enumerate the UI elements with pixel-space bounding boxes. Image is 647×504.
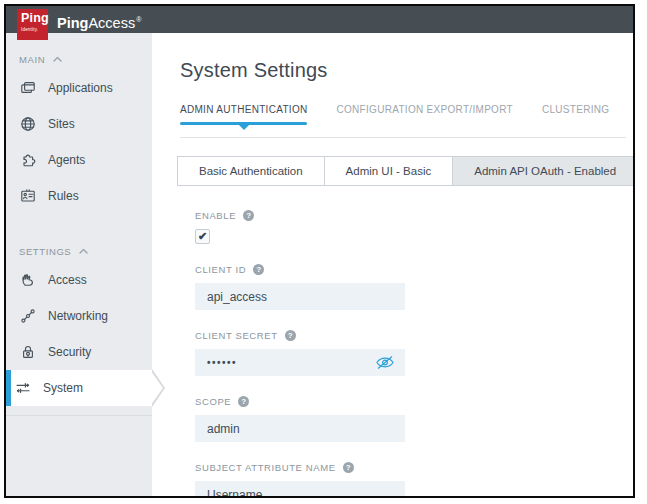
oauth-settings-form: ENABLE ? ✔ CLIENT ID ? api_access CLIENT… [195, 210, 626, 496]
puzzle-icon [20, 152, 37, 168]
tab-configuration-export-import[interactable]: CONFIGURATION EXPORT/IMPORT [336, 104, 512, 125]
sidebar-divider [6, 415, 152, 416]
client-secret-label: CLIENT SECRET [195, 330, 278, 341]
sidebar-item-label: Security [48, 345, 91, 359]
sidebar-header-settings[interactable]: SETTINGS [6, 244, 152, 258]
logo-subtext: Identity. [21, 27, 48, 33]
basic-authentication-button[interactable]: Basic Authentication [177, 156, 325, 186]
admin-api-oauth-button[interactable]: Admin API OAuth - Enabled [452, 156, 633, 186]
hand-icon [20, 272, 37, 288]
client-id-input[interactable]: api_access [195, 283, 405, 310]
subject-attribute-name-field: SUBJECT ATTRIBUTE NAME ? Username [195, 462, 626, 496]
applications-icon [20, 80, 37, 96]
eye-off-icon[interactable] [375, 355, 395, 373]
scope-value: admin [207, 422, 240, 436]
product-name-rest: Access [88, 15, 135, 31]
enable-field: ENABLE ? ✔ [195, 210, 626, 244]
scope-label: SCOPE [195, 396, 231, 407]
sidebar-item-label: Access [48, 273, 87, 287]
sidebar-item-applications[interactable]: Applications [6, 70, 152, 106]
client-id-label: CLIENT ID [195, 264, 246, 275]
scope-field: SCOPE ? admin [195, 396, 626, 442]
product-name-bold: Ping [57, 15, 88, 31]
tab-bar: ADMIN AUTHENTICATION CONFIGURATION EXPOR… [180, 104, 626, 125]
sidebar-item-label: System [43, 381, 83, 395]
globe-icon [20, 116, 37, 132]
tab-admin-authentication[interactable]: ADMIN AUTHENTICATION [180, 104, 307, 125]
id-card-icon [20, 188, 37, 204]
sidebar-item-system[interactable]: System [6, 370, 152, 406]
scope-input[interactable]: admin [195, 415, 405, 442]
selected-item-pointer-fill [151, 371, 163, 405]
client-secret-value: •••••• [207, 357, 237, 368]
admin-ui-basic-button[interactable]: Admin UI - Basic [324, 156, 454, 186]
help-icon[interactable]: ? [253, 264, 264, 275]
product-name: PingAccess® [57, 6, 141, 33]
sidebar-item-label: Agents [48, 153, 85, 167]
tab-divider [180, 137, 626, 138]
chevron-up-icon [79, 248, 88, 254]
client-id-field: CLIENT ID ? api_access [195, 264, 626, 310]
sidebar-header-main-label: MAIN [19, 54, 45, 65]
tab-clustering[interactable]: CLUSTERING [542, 104, 609, 125]
subject-attribute-name-value: Username [207, 488, 262, 497]
chevron-up-icon [53, 56, 62, 62]
sliders-icon [15, 380, 32, 396]
sidebar-item-networking[interactable]: Networking [6, 298, 152, 334]
subject-attribute-name-label: SUBJECT ATTRIBUTE NAME [195, 462, 336, 473]
help-icon[interactable]: ? [285, 330, 296, 341]
enable-checkbox[interactable]: ✔ [195, 229, 210, 244]
subject-attribute-name-input[interactable]: Username [195, 481, 405, 496]
help-icon[interactable]: ? [343, 462, 354, 473]
auth-type-button-group: Basic Authentication Admin UI - Basic Ad… [177, 156, 633, 186]
client-id-value: api_access [207, 290, 267, 304]
sidebar-item-security[interactable]: Security [6, 334, 152, 370]
sidebar-item-label: Rules [48, 189, 79, 203]
logo-text: Ping [21, 12, 48, 25]
sidebar-item-sites[interactable]: Sites [6, 106, 152, 142]
client-secret-input[interactable]: •••••• [195, 349, 405, 376]
top-bar: PingAccess® [6, 6, 633, 33]
client-secret-field: CLIENT SECRET ? •••••• [195, 330, 626, 376]
sidebar-section-main: MAIN Applications Sites Agents [6, 33, 152, 214]
sidebar-item-label: Networking [48, 309, 108, 323]
lock-icon [20, 344, 37, 360]
sidebar-header-settings-label: SETTINGS [19, 246, 71, 257]
enable-label: ENABLE [195, 210, 236, 221]
page-title: System Settings [180, 59, 626, 82]
sidebar-item-agents[interactable]: Agents [6, 142, 152, 178]
sidebar-item-label: Applications [48, 81, 113, 95]
sidebar-header-main[interactable]: MAIN [6, 52, 152, 66]
sidebar-item-rules[interactable]: Rules [6, 178, 152, 214]
ping-identity-logo: Ping Identity. [17, 9, 48, 40]
help-icon[interactable]: ? [238, 396, 249, 407]
sidebar: MAIN Applications Sites Agents [6, 33, 152, 496]
main-content: System Settings ADMIN AUTHENTICATION CON… [152, 33, 633, 496]
help-icon[interactable]: ? [243, 210, 254, 221]
sidebar-item-label: Sites [48, 117, 75, 131]
chain-icon [20, 308, 37, 324]
sidebar-section-settings: SETTINGS Access Networking Security [6, 214, 152, 416]
sidebar-item-access[interactable]: Access [6, 262, 152, 298]
app-window: PingAccess® Ping Identity. MAIN Applicat… [4, 4, 635, 498]
registered-mark: ® [136, 16, 141, 23]
